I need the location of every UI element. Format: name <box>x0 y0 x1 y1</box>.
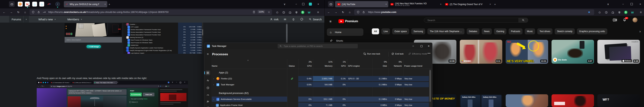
tab-video-2[interactable]: (14) Neo-Nazi Nick Fuentes VO AUTOPLAY B… <box>388 1 443 7</box>
guide-menu-icon[interactable]: ≡ <box>330 20 332 23</box>
minimize-button[interactable]: − <box>620 1 626 7</box>
star-plus-extension-icon[interactable]: ✩ <box>275 10 279 14</box>
theme-button[interactable] <box>300 16 303 23</box>
column-memory[interactable]: Memory <box>313 65 332 67</box>
chip-live[interactable]: Live <box>381 28 390 34</box>
back-icon[interactable]: ← <box>326 9 331 15</box>
history-clock-icon[interactable] <box>282 10 286 14</box>
close-window-button[interactable]: × <box>638 1 643 7</box>
mini-scrollbar[interactable] <box>202 23 203 54</box>
add-image-button[interactable]: + Add Image <box>86 45 101 48</box>
firefox-view-button[interactable] <box>328 1 334 7</box>
chip-music[interactable]: Music <box>525 28 535 34</box>
chip-podcasts[interactable]: Podcasts <box>509 28 522 34</box>
ublock-shield-icon[interactable] <box>617 10 621 14</box>
chip-outer-space[interactable]: Outer space <box>392 28 409 34</box>
video-thumbnail[interactable]: WF? <box>598 94 640 107</box>
zoom-level-badge[interactable]: 110% <box>258 10 265 13</box>
column-name[interactable]: Name <box>212 65 218 67</box>
ublock-shield-icon[interactable] <box>294 10 298 14</box>
tm-minimize-button[interactable]: − <box>410 43 417 49</box>
post-image-process-list[interactable]: ›Creative … CTF Loader Device Associatio… <box>123 23 203 54</box>
app-menu-icon[interactable]: ≡ <box>316 10 320 14</box>
nav-item-whats-new[interactable]: What's new ▾ <box>38 16 56 23</box>
tm-scrollbar-thumb[interactable] <box>430 70 431 102</box>
teal-w-extension-icon[interactable]: W <box>307 10 311 14</box>
notifications-button[interactable]: 9+ <box>623 18 626 22</box>
inbox-button[interactable]: ✉ <box>284 16 286 23</box>
maximize-button[interactable] <box>629 1 634 7</box>
more-options-button[interactable]: ••• <box>428 52 430 55</box>
tab-youtube[interactable]: (14) YouTube × <box>335 1 388 7</box>
column-power[interactable]: Power usage trend <box>404 65 422 67</box>
video-card[interactable]: MSNBC 8:11 The Nightcap: Right-wing medi… <box>460 40 502 55</box>
youtube-logo[interactable]: Premium <box>338 19 358 23</box>
nav-item-members[interactable]: Members ▾ <box>68 16 82 23</box>
pinned-tab-home-assistant-1[interactable]: ⌂ <box>32 2 37 6</box>
pinned-tab-speed[interactable] <box>47 2 52 6</box>
sidebar-item-home[interactable]: ⌂ Home <box>327 28 363 36</box>
end-task-button[interactable]: End task <box>392 52 404 55</box>
column-network[interactable]: Network <box>389 65 402 67</box>
chip-debates[interactable]: Debates <box>467 28 480 34</box>
tracking-shield-icon[interactable] <box>357 11 360 13</box>
expand-chevron-icon[interactable]: › <box>213 84 214 86</box>
tm-maximize-button[interactable] <box>418 43 425 49</box>
chip-test-drives[interactable]: Test drives <box>537 28 552 34</box>
new-tab-button[interactable]: + <box>107 2 112 7</box>
post-image-browser-screenshot[interactable]: (1) Overclockers UK Forums× (1) Why you … <box>37 81 188 107</box>
puzzle-extension-icon[interactable] <box>288 10 292 14</box>
home-icon[interactable]: ⌂ <box>22 9 28 15</box>
chip-sketch-comedy[interactable]: Sketch comedy <box>555 28 574 34</box>
column-cpu[interactable]: CPU <box>298 65 312 67</box>
forum-search-button[interactable]: Search <box>309 16 322 23</box>
run-new-task-button[interactable]: Run new task <box>363 52 380 55</box>
address-field[interactable]: https://www.youtube.com ★ <box>354 9 594 15</box>
lock-icon[interactable] <box>362 11 365 13</box>
rail-users-icon[interactable] <box>205 99 210 104</box>
lock-icon[interactable] <box>38 11 40 13</box>
alerts-button[interactable] <box>292 16 295 23</box>
container-extension-icon[interactable] <box>43 11 46 13</box>
teal-w-extension-icon[interactable]: W <box>630 10 634 14</box>
bookmarked-star-icon[interactable]: ★ <box>588 10 590 14</box>
video-thumbnail[interactable] <box>506 94 548 107</box>
column-disk[interactable]: Disk <box>373 65 387 67</box>
efficiency-mode-button[interactable]: Efficiency mode <box>408 52 427 55</box>
close-tab-icon[interactable]: × <box>488 3 492 5</box>
search-button[interactable] <box>518 18 528 23</box>
tab-video-3[interactable]: (2) The Ongoing Grand Tour of V × <box>443 1 492 7</box>
video-thumbnail[interactable]: Galaxy S24 Ultra Galaxy S24 Ultra <box>460 94 502 107</box>
chips-scroll-right-icon[interactable]: › <box>640 29 641 33</box>
firefox-view-button[interactable] <box>9 1 14 7</box>
close-tab-icon[interactable]: × <box>439 3 443 5</box>
restore-button[interactable] <box>301 1 306 7</box>
image-description-input[interactable]: Add a description <box>64 37 122 43</box>
rail-details-icon[interactable] <box>205 105 210 107</box>
chip-gaming[interactable]: Gaming <box>494 28 506 34</box>
video-thumbnail[interactable]: InstallOS Nobara 6:18 <box>598 40 640 64</box>
green-d-extension-icon[interactable]: D <box>301 10 305 14</box>
pinned-tab-app[interactable]: / <box>55 2 60 6</box>
video-thumbnail[interactable]: REC HE'S VERY UNWEL 13:31 <box>506 40 548 64</box>
split-view-button[interactable] <box>308 1 313 7</box>
video-thumbnail[interactable] <box>552 94 594 107</box>
tm-search-box[interactable] <box>278 44 358 48</box>
group-apps[interactable]: Apps (2) <box>219 71 228 74</box>
forward-icon[interactable]: → <box>8 9 14 15</box>
tm-title-bar[interactable]: Task Manager − × <box>204 43 432 49</box>
green-d-extension-icon[interactable]: D <box>624 10 628 14</box>
column-gpu[interactable]: GPU <box>334 65 346 67</box>
post-image-game-screenshot[interactable] <box>64 23 122 37</box>
nav-item-forums[interactable]: Forums ▾ <box>9 16 29 23</box>
puzzle-extension-icon[interactable] <box>611 10 615 14</box>
video-thumbnail[interactable]: the dodo 3:07 <box>552 40 594 64</box>
tracking-shield-icon[interactable] <box>32 11 34 13</box>
home-icon[interactable]: ⌂ <box>347 9 352 15</box>
history-clock-icon[interactable] <box>604 10 608 14</box>
avatar[interactable] <box>632 17 638 22</box>
column-gpu-engine[interactable]: GPU engine <box>348 65 360 67</box>
chip-gpus[interactable]: Graphics processing units <box>577 28 607 34</box>
close-window-button[interactable]: × <box>316 1 321 7</box>
star-plus-extension-icon[interactable]: ✩ <box>598 10 602 14</box>
